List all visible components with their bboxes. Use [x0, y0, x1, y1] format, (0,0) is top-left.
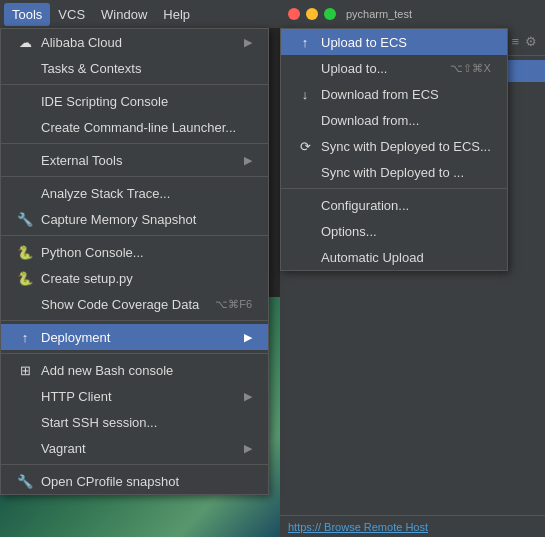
setup-icon: 🐍 — [17, 271, 33, 286]
separator-5 — [1, 320, 268, 321]
menu-item-open-cprofile[interactable]: 🔧 Open CProfile snapshot — [1, 468, 268, 494]
menu-item-ide-scripting[interactable]: IDE Scripting Console — [1, 88, 268, 114]
traffic-lights — [288, 8, 336, 20]
menu-item-options[interactable]: Options... — [281, 218, 507, 244]
tools-menu-item[interactable]: Tools — [4, 3, 50, 26]
help-menu-item[interactable]: Help — [155, 3, 198, 26]
shortcut-upload: ⌥⇧⌘X — [450, 62, 490, 75]
menu-item-http-client[interactable]: HTTP Client ▶ — [1, 383, 268, 409]
separator-4 — [1, 235, 268, 236]
submenu-arrow-icon: ▶ — [244, 442, 252, 455]
sync-ecs-icon: ⟳ — [297, 139, 313, 154]
menu-item-start-ssh[interactable]: Start SSH session... — [1, 409, 268, 435]
zoom-button[interactable] — [324, 8, 336, 20]
menu-item-capture-memory[interactable]: 🔧 Capture Memory Snapshot — [1, 206, 268, 232]
submenu-separator-1 — [281, 188, 507, 189]
submenu-arrow-icon: ▶ — [244, 154, 252, 167]
cprofile-icon: 🔧 — [17, 474, 33, 489]
menu-item-create-launcher[interactable]: Create Command-line Launcher... — [1, 114, 268, 140]
menu-item-add-bash[interactable]: ⊞ Add new Bash console — [1, 357, 268, 383]
status-text[interactable]: https:// Browse Remote Host — [288, 521, 428, 533]
menu-item-upload-to[interactable]: Upload to... ⌥⇧⌘X — [281, 55, 507, 81]
window-title: pycharm_test — [346, 8, 412, 20]
download-ecs-icon: ↓ — [297, 87, 313, 102]
menu-item-auto-upload[interactable]: Automatic Upload — [281, 244, 507, 270]
alibaba-icon: ☁ — [17, 35, 33, 50]
menu-item-python-console[interactable]: 🐍 Python Console... — [1, 239, 268, 265]
menu-item-show-coverage[interactable]: Show Code Coverage Data ⌥⌘F6 — [1, 291, 268, 317]
menu-item-alibaba-cloud[interactable]: ☁ Alibaba Cloud ▶ — [1, 29, 268, 55]
bash-icon: ⊞ — [17, 363, 33, 378]
separator-6 — [1, 353, 268, 354]
project-icon-filter[interactable]: ≡ — [511, 34, 519, 49]
separator-1 — [1, 84, 268, 85]
separator-7 — [1, 464, 268, 465]
submenu-arrow-icon: ▶ — [244, 36, 252, 49]
python-console-icon: 🐍 — [17, 245, 33, 260]
separator-3 — [1, 176, 268, 177]
menu-item-sync-ecs[interactable]: ⟳ Sync with Deployed to ECS... — [281, 133, 507, 159]
menu-item-tasks-contexts[interactable]: Tasks & Contexts — [1, 55, 268, 81]
menu-item-upload-ecs[interactable]: ↑ Upload to ECS — [281, 29, 507, 55]
status-bar: https:// Browse Remote Host — [280, 515, 545, 537]
vcs-menu-item[interactable]: VCS — [50, 3, 93, 26]
submenu-arrow-icon: ▶ — [244, 331, 252, 344]
separator-2 — [1, 143, 268, 144]
menu-item-vagrant[interactable]: Vagrant ▶ — [1, 435, 268, 461]
menu-item-analyze-stack[interactable]: Analyze Stack Trace... — [1, 180, 268, 206]
menu-item-download-from[interactable]: Download from... — [281, 107, 507, 133]
memory-icon: 🔧 — [17, 212, 33, 227]
minimize-button[interactable] — [306, 8, 318, 20]
menu-item-download-ecs[interactable]: ↓ Download from ECS — [281, 81, 507, 107]
menu-item-create-setup[interactable]: 🐍 Create setup.py — [1, 265, 268, 291]
window-menu-item[interactable]: Window — [93, 3, 155, 26]
close-button[interactable] — [288, 8, 300, 20]
deployment-icon: ↑ — [17, 330, 33, 345]
menu-item-external-tools[interactable]: External Tools ▶ — [1, 147, 268, 173]
submenu-arrow-icon: ▶ — [244, 390, 252, 403]
title-bar: pycharm_test — [280, 0, 545, 28]
tools-dropdown: ☁ Alibaba Cloud ▶ Tasks & Contexts IDE S… — [0, 28, 269, 495]
menu-item-deployment[interactable]: ↑ Deployment ▶ — [1, 324, 268, 350]
deployment-submenu: ↑ Upload to ECS Upload to... ⌥⇧⌘X ↓ Down… — [280, 28, 508, 271]
upload-ecs-icon: ↑ — [297, 35, 313, 50]
menu-bar: Tools VCS Window Help — [0, 0, 280, 28]
shortcut-coverage: ⌥⌘F6 — [215, 298, 252, 311]
menu-item-sync-deployed[interactable]: Sync with Deployed to ... — [281, 159, 507, 185]
project-icon-settings[interactable]: ⚙ — [525, 34, 537, 49]
menu-item-configuration[interactable]: Configuration... — [281, 192, 507, 218]
